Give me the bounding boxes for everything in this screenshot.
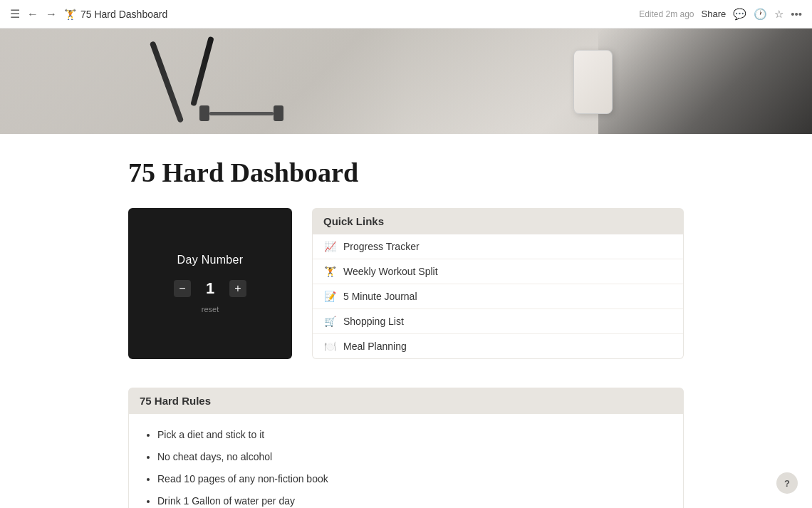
share-button[interactable]: Share	[702, 9, 727, 19]
day-counter-widget: Day Number − 1 + reset	[128, 208, 292, 359]
help-button[interactable]: ?	[776, 472, 798, 494]
hero-phone	[573, 50, 613, 114]
quick-links-header: Quick Links	[312, 208, 684, 234]
rules-list: Pick a diet and stick to it No cheat day…	[150, 424, 669, 508]
weekly-workout-label: Weekly Workout Split	[343, 266, 438, 277]
quick-link-meal-planning[interactable]: 🍽️ Meal Planning	[313, 334, 683, 358]
topbar: ☰ ← → 🏋️ 75 Hard Dashboard Edited 2m ago…	[0, 0, 812, 28]
quick-link-shopping[interactable]: 🛒 Shopping List	[313, 309, 683, 334]
list-item: Read 10 pages of any non-fiction book	[157, 468, 669, 490]
counter-controls: − 1 +	[174, 279, 246, 298]
sidebar-toggle-icon[interactable]: ☰	[10, 7, 20, 21]
hero-image	[0, 28, 812, 134]
shopping-label: Shopping List	[343, 316, 404, 327]
weekly-workout-icon: 🏋️	[324, 266, 336, 277]
day-counter-label: Day Number	[177, 254, 244, 266]
page-icon: 🏋️	[64, 9, 76, 20]
list-item: No cheat days, no alcohol	[157, 446, 669, 468]
barbell-weight-right	[274, 105, 283, 121]
progress-tracker-label: Progress Tracker	[343, 241, 420, 252]
breadcrumb: 🏋️ 75 Hard Dashboard	[64, 9, 167, 20]
hero-dark-cloth	[598, 28, 812, 134]
two-column-layout: Day Number − 1 + reset Quick Links 📈 Pro…	[128, 208, 684, 359]
page-content: 75 Hard Dashboard Day Number − 1 + reset…	[100, 134, 712, 508]
topbar-page-title: 75 Hard Dashboard	[80, 9, 167, 20]
barbell-weight-left	[199, 105, 209, 121]
counter-reset-link[interactable]: reset	[202, 305, 219, 313]
rules-body: Pick a diet and stick to it No cheat day…	[128, 414, 684, 508]
journal-label: 5 Minute Journal	[343, 291, 417, 302]
rules-header: 75 Hard Rules	[128, 388, 684, 414]
topbar-right: Edited 2m ago Share 💬 🕐 ☆ •••	[639, 8, 802, 21]
meal-planning-icon: 🍽️	[324, 341, 336, 352]
comments-icon[interactable]: 💬	[733, 8, 746, 21]
topbar-left: ☰ ← → 🏋️ 75 Hard Dashboard	[10, 7, 167, 21]
journal-icon: 📝	[324, 291, 336, 302]
rules-section: 75 Hard Rules Pick a diet and stick to i…	[128, 388, 684, 508]
decrement-button[interactable]: −	[174, 280, 191, 297]
quick-link-journal[interactable]: 📝 5 Minute Journal	[313, 284, 683, 309]
page-title: 75 Hard Dashboard	[128, 157, 684, 188]
meal-planning-label: Meal Planning	[343, 341, 407, 352]
history-icon[interactable]: 🕐	[754, 8, 767, 21]
barbell-bar	[209, 112, 274, 115]
quick-link-weekly-workout[interactable]: 🏋️ Weekly Workout Split	[313, 259, 683, 284]
shopping-icon: 🛒	[324, 316, 336, 327]
quick-links-list: 📈 Progress Tracker 🏋️ Weekly Workout Spl…	[312, 234, 684, 359]
hero-barbell	[199, 105, 283, 121]
more-options-icon[interactable]: •••	[791, 8, 802, 20]
back-icon[interactable]: ←	[27, 8, 38, 21]
edited-timestamp: Edited 2m ago	[639, 9, 694, 19]
quick-links: Quick Links 📈 Progress Tracker 🏋️ Weekly…	[312, 208, 684, 359]
list-item: Pick a diet and stick to it	[157, 424, 669, 446]
counter-value: 1	[199, 279, 221, 298]
increment-button[interactable]: +	[229, 280, 246, 297]
forward-icon[interactable]: →	[46, 8, 57, 21]
quick-link-progress-tracker[interactable]: 📈 Progress Tracker	[313, 234, 683, 259]
progress-tracker-icon: 📈	[324, 241, 336, 252]
list-item: Drink 1 Gallon of water per day	[157, 490, 669, 508]
favorite-icon[interactable]: ☆	[774, 8, 784, 21]
